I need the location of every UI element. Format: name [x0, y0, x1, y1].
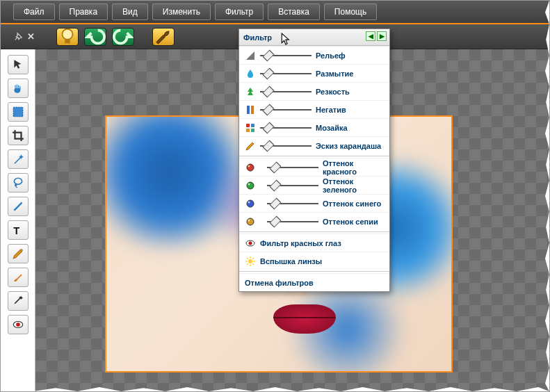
svg-rect-11	[246, 124, 250, 127]
filter-label: Вспышка линзы	[260, 257, 384, 266]
svg-line-31	[252, 263, 254, 265]
filter-mosaic-icon[interactable]: Мозайка	[239, 118, 389, 136]
crop-tool[interactable]	[8, 126, 29, 145]
filter-emboss-icon[interactable]: Рельеф	[239, 46, 389, 64]
svg-rect-9	[247, 106, 250, 114]
filter-negative-icon[interactable]: Негатив	[239, 100, 389, 118]
panel-prev-icon[interactable]: ◀	[366, 31, 375, 41]
svg-text:T: T	[13, 225, 19, 236]
menu-insert[interactable]: Вставка	[268, 3, 320, 20]
tree-icon	[245, 86, 256, 97]
svg-rect-2	[13, 107, 23, 117]
pencil-tool[interactable]	[8, 244, 29, 263]
filter-panel-title: Фильтр ◀ ▶	[239, 29, 389, 46]
green-dot-icon	[245, 180, 256, 191]
svg-rect-10	[251, 106, 254, 114]
slider-icon[interactable]	[267, 199, 318, 209]
svg-point-20	[248, 201, 250, 203]
hand-tool[interactable]	[8, 79, 29, 98]
svg-line-33	[252, 258, 254, 259]
svg-point-8	[16, 322, 20, 327]
cursor-icon	[280, 33, 293, 48]
filter-label: Негатив	[316, 106, 384, 114]
mosaic-icon	[245, 122, 256, 133]
menu-edit[interactable]: Правка	[59, 3, 108, 20]
app-window: Файл Правка Вид Изменить Фильтр Вставка …	[0, 0, 550, 392]
filter-label: Оттенок синего	[323, 199, 384, 208]
svg-point-18	[248, 183, 250, 185]
svg-rect-12	[251, 124, 254, 127]
slider-icon[interactable]	[260, 105, 312, 115]
menu-view[interactable]: Вид	[112, 3, 148, 20]
svg-point-24	[249, 241, 252, 245]
negative-icon	[245, 104, 256, 115]
undo-button[interactable]	[84, 28, 106, 46]
svg-point-17	[247, 182, 254, 189]
menu-filter[interactable]: Фильтр	[215, 3, 264, 20]
panel-next-icon[interactable]: ▶	[377, 31, 387, 41]
svg-line-5	[14, 202, 22, 210]
filter-label: Фильтр красных глаз	[260, 239, 384, 247]
line-tool[interactable]	[8, 197, 29, 216]
slider-icon[interactable]	[260, 51, 312, 60]
text-tool[interactable]: T	[8, 220, 29, 240]
lasso-tool[interactable]	[8, 173, 29, 193]
filter-cancel[interactable]: Отмена фильтров	[239, 273, 389, 291]
slider-icon[interactable]	[260, 123, 312, 133]
selection-tool[interactable]	[8, 102, 29, 122]
svg-point-3	[14, 178, 22, 184]
pencil-sketch-icon	[245, 140, 256, 152]
filter-label: Эскиз карандаша	[316, 142, 384, 150]
redo-icon	[113, 26, 134, 47]
undo-icon	[85, 26, 106, 47]
menu-file[interactable]: Файл	[13, 3, 55, 20]
svg-point-21	[247, 218, 254, 225]
svg-point-0	[63, 28, 73, 39]
svg-point-22	[248, 219, 250, 221]
filter-drop-icon[interactable]: Размытие	[239, 64, 389, 82]
magic-wand-tool[interactable]	[8, 149, 29, 169]
slider-icon[interactable]	[260, 69, 312, 79]
redeye-icon	[245, 238, 256, 249]
slider-icon[interactable]	[267, 181, 318, 190]
filter-label: Оттенок сепии	[323, 218, 384, 226]
slider-icon[interactable]	[260, 87, 312, 97]
tool-palette: T	[1, 49, 35, 391]
svg-rect-13	[246, 129, 250, 132]
svg-line-32	[247, 263, 248, 265]
menubar: Файл Правка Вид Изменить Фильтр Вставка …	[1, 1, 549, 24]
red-dot-icon	[245, 162, 256, 173]
filter-label: Резкость	[316, 88, 384, 96]
settings-button[interactable]	[152, 28, 175, 46]
menu-help[interactable]: Помощь	[324, 3, 377, 20]
filter-blue-dot-icon[interactable]: Оттенок синего	[239, 194, 389, 212]
eyedropper-tool[interactable]	[8, 291, 29, 311]
redo-button[interactable]	[112, 28, 134, 46]
filter-label: Мозайка	[316, 124, 384, 132]
brush-tool[interactable]	[8, 268, 29, 287]
redeye-tool[interactable]	[8, 315, 29, 334]
svg-rect-1	[65, 39, 70, 43]
close-icon[interactable]: ✕	[26, 32, 35, 42]
filter-red-dot-icon[interactable]: Оттенок красного	[239, 158, 389, 176]
filter-tree-icon[interactable]: Резкость	[239, 82, 389, 100]
filter-label: Оттенок зеленого	[323, 177, 384, 194]
filter-redeye-icon[interactable]: Фильтр красных глаз	[239, 234, 389, 252]
filter-sepia-dot-icon[interactable]: Оттенок сепии	[239, 212, 389, 230]
hint-button[interactable]	[56, 28, 79, 46]
filter-green-dot-icon[interactable]: Оттенок зеленого	[239, 176, 389, 194]
menu-modify[interactable]: Изменить	[152, 3, 211, 20]
filter-pencil-sketch-icon[interactable]: Эскиз карандаша	[239, 136, 389, 154]
emboss-icon	[245, 50, 256, 61]
slider-icon[interactable]	[260, 141, 312, 151]
slider-icon[interactable]	[267, 217, 318, 227]
pointer-tool[interactable]	[8, 55, 29, 74]
drop-icon	[245, 68, 256, 79]
lensflare-icon	[245, 256, 256, 267]
slider-icon[interactable]	[267, 163, 318, 172]
pin-icon[interactable]	[13, 32, 23, 42]
sepia-dot-icon	[245, 216, 256, 227]
filter-lensflare-icon[interactable]: Вспышка линзы	[239, 252, 389, 270]
bulb-icon	[57, 26, 78, 47]
filter-panel: Фильтр ◀ ▶ Рельеф Размытие Резкость Нега…	[238, 28, 390, 292]
